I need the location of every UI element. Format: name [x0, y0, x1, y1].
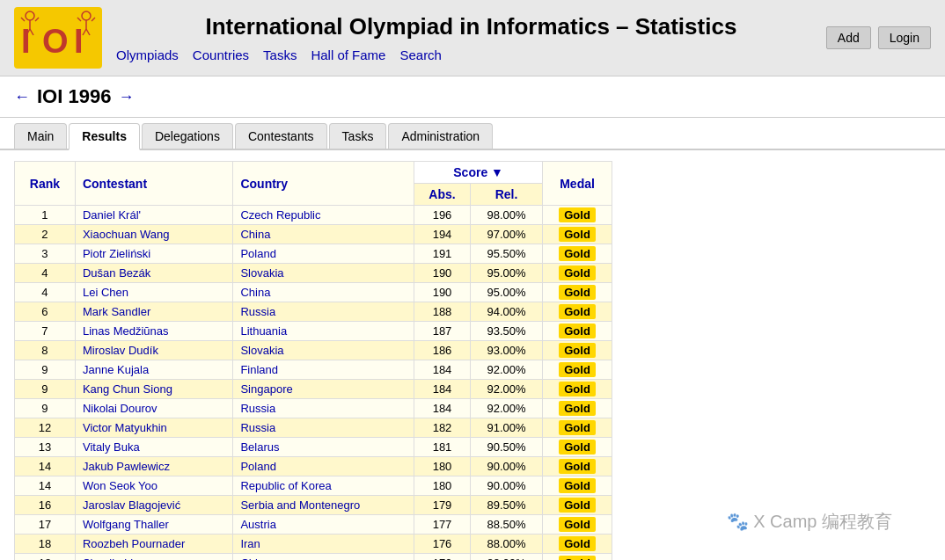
country-link[interactable]: Russia: [240, 305, 275, 318]
country-link[interactable]: Slovakia: [240, 344, 283, 357]
contestant-link[interactable]: Dušan Bezák: [83, 266, 150, 280]
cell-contestant[interactable]: Kang Chun Siong: [75, 380, 232, 399]
contestant-link[interactable]: Wolfgang Thaller: [83, 518, 169, 531]
contestant-link[interactable]: Miroslav Dudík: [83, 344, 158, 357]
cell-contestant[interactable]: Janne Kujala: [75, 360, 232, 380]
cell-contestant[interactable]: Miroslav Dudík: [75, 341, 232, 360]
country-link[interactable]: Lithuania: [240, 324, 287, 338]
country-link[interactable]: Poland: [240, 247, 275, 260]
cell-country[interactable]: Serbia and Montenegro: [233, 496, 414, 515]
cell-country[interactable]: Slovakia: [233, 341, 414, 360]
medal-badge: Gold: [559, 324, 596, 338]
nav-olympiads[interactable]: Olympiads: [116, 47, 179, 62]
cell-contestant[interactable]: Roozbeh Pournader: [75, 535, 232, 554]
cell-contestant[interactable]: Vitaly Buka: [75, 438, 232, 457]
cell-country[interactable]: Republic of Korea: [233, 476, 414, 496]
country-link[interactable]: Finland: [240, 363, 278, 376]
cell-rank: 9: [15, 360, 76, 380]
cell-country[interactable]: Poland: [233, 457, 414, 476]
nav-tasks[interactable]: Tasks: [263, 47, 297, 62]
contestant-link[interactable]: Janne Kujala: [83, 363, 149, 376]
contestant-link[interactable]: Vitaly Buka: [83, 440, 140, 454]
country-link[interactable]: China: [240, 556, 270, 560]
table-row: 17 Wolfgang Thaller Austria 177 88.50% G…: [15, 515, 612, 535]
contestant-link[interactable]: Jakub Pawlewicz: [83, 460, 170, 473]
country-link[interactable]: Serbia and Montenegro: [240, 498, 360, 512]
contestant-link[interactable]: Lei Chen: [83, 286, 128, 299]
cell-country[interactable]: Belarus: [233, 438, 414, 457]
country-link[interactable]: Republic of Korea: [240, 479, 331, 492]
prev-year-button[interactable]: ←: [14, 88, 30, 106]
country-link[interactable]: Belarus: [240, 440, 279, 454]
tab-contestants[interactable]: Contestants: [235, 123, 327, 149]
login-button[interactable]: Login: [878, 26, 931, 49]
cell-medal: Gold: [543, 360, 612, 380]
cell-country[interactable]: Russia: [233, 399, 414, 418]
contestant-link[interactable]: Xiaochuan Wang: [83, 228, 170, 241]
contestant-link[interactable]: Jaroslav Blagojević: [83, 498, 180, 512]
cell-country[interactable]: Russia: [233, 418, 414, 438]
cell-contestant[interactable]: Wolfgang Thaller: [75, 515, 232, 535]
nav-countries[interactable]: Countries: [193, 47, 249, 62]
country-link[interactable]: China: [240, 286, 270, 299]
contestant-link[interactable]: Kang Chun Siong: [83, 382, 172, 396]
cell-contestant[interactable]: Daniel Král': [75, 206, 232, 225]
next-year-button[interactable]: →: [118, 88, 134, 106]
cell-country[interactable]: Russia: [233, 302, 414, 322]
cell-medal: Gold: [543, 399, 612, 418]
cell-country[interactable]: Poland: [233, 244, 414, 264]
add-button[interactable]: Add: [826, 26, 871, 49]
cell-contestant[interactable]: Xiaochuan Wang: [75, 225, 232, 244]
tab-main[interactable]: Main: [14, 123, 67, 149]
country-link[interactable]: Poland: [240, 460, 275, 473]
col-score-group[interactable]: Score ▼: [414, 162, 543, 184]
medal-badge: Gold: [559, 265, 596, 280]
contestant-link[interactable]: Piotr Zieliński: [83, 247, 150, 260]
cell-contestant[interactable]: Dušan Bezák: [75, 264, 232, 283]
contestant-link[interactable]: Won Seok Yoo: [83, 479, 158, 492]
tab-tasks[interactable]: Tasks: [329, 123, 387, 149]
country-link[interactable]: Austria: [240, 518, 275, 531]
cell-contestant[interactable]: Piotr Zieliński: [75, 244, 232, 264]
cell-contestant[interactable]: Lei Chen: [75, 283, 232, 302]
tab-delegations[interactable]: Delegations: [142, 123, 233, 149]
country-link[interactable]: Iran: [240, 537, 260, 550]
cell-contestant[interactable]: Victor Matyukhin: [75, 418, 232, 438]
cell-country[interactable]: Slovakia: [233, 264, 414, 283]
cell-abs: 187: [414, 322, 471, 341]
nav-hall-of-fame[interactable]: Hall of Fame: [311, 47, 385, 62]
cell-country[interactable]: Lithuania: [233, 322, 414, 341]
country-link[interactable]: Slovakia: [240, 266, 283, 280]
country-link[interactable]: Czech Republic: [240, 208, 320, 222]
contestant-link[interactable]: Roozbeh Pournader: [83, 537, 185, 550]
country-link[interactable]: Russia: [240, 402, 275, 415]
country-link[interactable]: Singapore: [240, 382, 292, 396]
nav: Olympiads Countries Tasks Hall of Fame S…: [116, 47, 826, 62]
cell-contestant[interactable]: Won Seok Yoo: [75, 476, 232, 496]
cell-contestant[interactable]: Shenjie Li: [75, 554, 232, 561]
cell-country[interactable]: Finland: [233, 360, 414, 380]
tab-administration[interactable]: Administration: [388, 123, 493, 149]
contestant-link[interactable]: Mark Sandler: [83, 305, 150, 318]
contestant-link[interactable]: Shenjie Li: [83, 556, 133, 560]
cell-country[interactable]: Austria: [233, 515, 414, 535]
cell-country[interactable]: China: [233, 225, 414, 244]
cell-contestant[interactable]: Mark Sandler: [75, 302, 232, 322]
contestant-link[interactable]: Victor Matyukhin: [83, 421, 167, 434]
country-link[interactable]: China: [240, 228, 270, 241]
country-link[interactable]: Russia: [240, 421, 275, 434]
cell-contestant[interactable]: Nikolai Dourov: [75, 399, 232, 418]
cell-contestant[interactable]: Jaroslav Blagojević: [75, 496, 232, 515]
cell-contestant[interactable]: Jakub Pawlewicz: [75, 457, 232, 476]
cell-country[interactable]: China: [233, 554, 414, 561]
cell-country[interactable]: Singapore: [233, 380, 414, 399]
contestant-link[interactable]: Daniel Král': [83, 208, 141, 222]
cell-country[interactable]: Iran: [233, 535, 414, 554]
cell-contestant[interactable]: Linas Medžiūnas: [75, 322, 232, 341]
cell-country[interactable]: Czech Republic: [233, 206, 414, 225]
contestant-link[interactable]: Linas Medžiūnas: [83, 324, 169, 338]
tab-results[interactable]: Results: [69, 123, 140, 150]
nav-search[interactable]: Search: [399, 47, 442, 62]
cell-country[interactable]: China: [233, 283, 414, 302]
contestant-link[interactable]: Nikolai Dourov: [83, 402, 158, 415]
